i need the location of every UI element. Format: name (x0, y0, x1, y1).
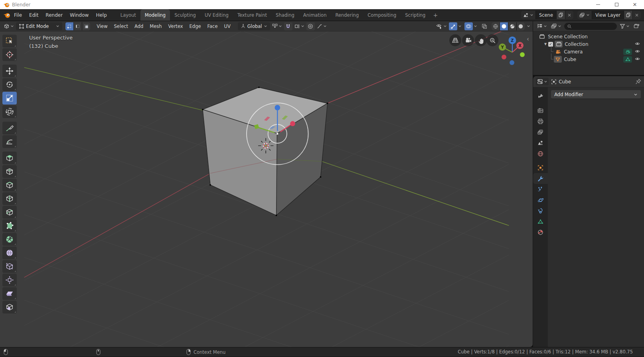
axis-neg-y-ball[interactable] (520, 52, 525, 57)
workspace-tab-modeling[interactable]: Modeling (140, 9, 170, 21)
viewport-menu-face[interactable]: Face (204, 24, 221, 29)
tool-shear[interactable] (2, 287, 17, 300)
scene-name[interactable]: Scene (536, 11, 556, 19)
properties-editor-type-button[interactable] (536, 78, 549, 85)
tool-loop-cut[interactable] (2, 192, 17, 205)
tool-measure[interactable] (2, 135, 17, 148)
viewport-menu-select[interactable]: Select (111, 24, 131, 29)
minimize-button[interactable] (589, 0, 607, 9)
proportional-falloff-dropdown[interactable] (316, 23, 328, 30)
properties-tab-view-layer[interactable] (533, 127, 548, 138)
shading-solid-button[interactable] (500, 22, 508, 30)
properties-tab-material[interactable] (533, 227, 548, 238)
viewport-menu-uv[interactable]: UV (221, 24, 234, 29)
outliner-search-input[interactable] (564, 23, 617, 30)
pan-view-button[interactable] (475, 34, 487, 46)
viewport-menu-vertex[interactable]: Vertex (165, 24, 186, 29)
cube-mesh[interactable] (202, 87, 328, 216)
view-layer-name[interactable]: View Layer (592, 11, 624, 19)
view-layer-delete-button[interactable] (633, 11, 641, 19)
properties-tab-output[interactable] (533, 116, 548, 127)
close-button[interactable]: ✕ (626, 0, 644, 9)
vertex-select-mode-button[interactable] (65, 22, 73, 30)
scene-browse-button[interactable] (521, 11, 535, 19)
outliner-row-cube[interactable]: Cube (533, 55, 644, 63)
properties-tab-constraints[interactable] (533, 205, 548, 216)
view-layer-new-button[interactable] (624, 11, 632, 19)
overlays-toggle-button[interactable] (464, 22, 473, 30)
properties-tab-object[interactable] (533, 162, 548, 173)
camera-view-button[interactable] (462, 34, 474, 46)
tool-edge-slide[interactable] (2, 260, 17, 273)
shading-rendered-button[interactable] (517, 22, 525, 30)
tool-annotate[interactable] (2, 122, 17, 134)
visibility-eye-toggle[interactable] (634, 56, 640, 63)
workspace-tab-rendering[interactable]: Rendering (331, 9, 363, 21)
viewport-menu-mesh[interactable]: Mesh (146, 24, 165, 29)
perspective-toggle-button[interactable] (449, 34, 461, 46)
orientation-dropdown[interactable]: Global (238, 22, 270, 30)
scene-delete-button[interactable] (565, 11, 573, 19)
scene-new-button[interactable] (557, 11, 565, 19)
view-layer-browse-button[interactable] (577, 11, 592, 19)
tool-inset-faces[interactable] (2, 165, 17, 178)
overlays-dropdown[interactable] (474, 24, 477, 28)
workspace-tab-shading[interactable]: Shading (271, 9, 299, 21)
tool-select-box[interactable] (2, 35, 17, 47)
menu-render[interactable]: Render (42, 12, 66, 18)
snap-settings-dropdown[interactable] (293, 23, 306, 30)
pin-icon[interactable] (635, 79, 641, 85)
properties-tab-tool[interactable] (533, 91, 548, 102)
tool-spin[interactable] (2, 233, 17, 246)
visibility-eye-toggle[interactable] (634, 49, 640, 55)
tool-scale[interactable] (2, 92, 17, 105)
properties-tab-particles[interactable] (533, 184, 548, 195)
shading-dropdown[interactable] (527, 24, 530, 28)
gizmo-toggle-button[interactable] (449, 22, 457, 30)
tool-extrude-region[interactable] (2, 152, 17, 164)
mode-dropdown[interactable]: Edit Mode (16, 22, 62, 30)
workspace-tab-compositing[interactable]: Compositing (363, 9, 401, 21)
tool-smooth[interactable] (2, 247, 17, 259)
workspace-tab-animation[interactable]: Animation (299, 9, 331, 21)
tool-poly-build[interactable] (2, 219, 17, 232)
outliner-row-scene-collection[interactable]: Scene Collection (533, 33, 644, 40)
properties-tab-object-data[interactable] (533, 216, 548, 227)
outliner-row-collection[interactable]: ▼✓Collection (533, 40, 644, 48)
axis-neg-x-ball[interactable] (502, 55, 506, 59)
workspace-tab-layout[interactable]: Layout (116, 9, 140, 21)
outliner-search-field[interactable] (573, 24, 601, 29)
navigation-axis-gizmo[interactable]: Z Y X (495, 34, 531, 71)
visibility-dropdown[interactable] (435, 22, 448, 30)
maximize-button[interactable] (607, 0, 626, 9)
properties-tab-scene[interactable] (533, 138, 548, 148)
properties-tab-render[interactable] (533, 105, 548, 116)
add-modifier-dropdown[interactable]: Add Modifier (551, 90, 641, 99)
menu-edit[interactable]: Edit (26, 12, 42, 18)
axis-neg-z-ball[interactable] (510, 60, 514, 65)
proportional-editing-button[interactable] (306, 22, 315, 30)
tool-rip-region[interactable] (2, 301, 17, 314)
blender-app-menu-icon[interactable] (3, 12, 10, 19)
viewport-menu-view[interactable]: View (93, 24, 111, 29)
tool-cursor[interactable] (2, 48, 17, 61)
outliner-row-camera[interactable]: Camera (533, 48, 644, 55)
add-workspace-button[interactable]: + (430, 9, 441, 21)
shading-material-button[interactable] (508, 22, 516, 30)
edge-select-mode-button[interactable] (74, 22, 82, 30)
sidebar-toggle[interactable]: ‹ (527, 36, 529, 42)
properties-tab-modifiers[interactable] (533, 173, 548, 184)
properties-tab-physics[interactable] (533, 195, 548, 205)
editor-type-button[interactable] (2, 22, 15, 30)
workspace-tab-texture-paint[interactable]: Texture Paint (233, 9, 271, 21)
workspace-tab-sculpting[interactable]: Sculpting (170, 9, 200, 21)
outliner-editor-type-button[interactable] (535, 22, 548, 30)
selected-vertex[interactable] (277, 133, 278, 134)
tool-bevel[interactable] (2, 179, 17, 191)
snap-toggle-button[interactable] (284, 22, 292, 30)
visibility-eye-toggle[interactable] (634, 41, 640, 47)
tool-move[interactable] (2, 65, 17, 77)
menu-help[interactable]: Help (92, 12, 110, 18)
new-collection-button[interactable] (632, 22, 641, 30)
viewport-menu-add[interactable]: Add (131, 24, 146, 29)
